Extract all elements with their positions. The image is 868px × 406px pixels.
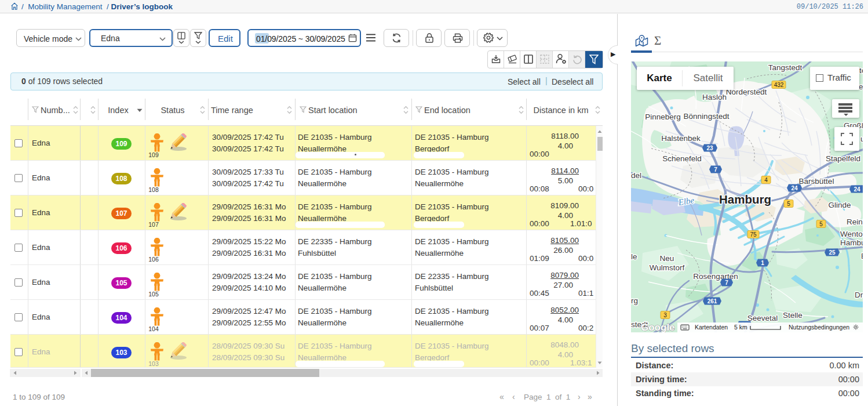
svg-text:Neu: Neu <box>660 254 674 263</box>
svg-text:5: 5 <box>787 201 790 207</box>
svg-text:261: 261 <box>707 298 717 304</box>
svg-text:Pinneberg: Pinneberg <box>645 113 681 121</box>
svg-text:rg: rg <box>631 296 638 305</box>
svg-text:ur: ur <box>860 135 863 143</box>
svg-text:1: 1 <box>761 260 764 266</box>
svg-text:24: 24 <box>854 186 860 193</box>
svg-text:te: te <box>859 66 863 75</box>
svg-text:Hamburg: Hamburg <box>719 193 771 206</box>
svg-text:4: 4 <box>764 177 768 183</box>
svg-text:Wulmstorf: Wulmstorf <box>650 263 685 272</box>
svg-text:Tangstedt: Tangstedt <box>768 63 803 72</box>
svg-text:24: 24 <box>791 185 798 191</box>
svg-text:Schenefeld: Schenefeld <box>662 154 702 163</box>
svg-text:Hasloh: Hasloh <box>702 93 727 102</box>
svg-text:25: 25 <box>829 249 836 256</box>
svg-text:Barsbüttel: Barsbüttel <box>799 177 834 186</box>
svg-text:Halstenbek: Halstenbek <box>661 134 701 143</box>
svg-text:Glinde: Glinde <box>828 201 851 209</box>
svg-text:le: le <box>631 252 637 261</box>
svg-text:432: 432 <box>774 82 784 88</box>
svg-text:Stapelfeld: Stapelfeld <box>826 154 860 163</box>
svg-text:75: 75 <box>750 231 757 238</box>
svg-text:Wentorf: Wentorf <box>840 230 863 238</box>
svg-text:5 km: 5 km <box>734 324 747 331</box>
svg-text:Kartendaten: Kartendaten <box>695 324 728 331</box>
svg-text:Reinbek: Reinbek <box>847 217 863 226</box>
svg-text:Stelle: Stelle <box>783 311 803 320</box>
svg-text:Google: Google <box>641 322 675 332</box>
svg-text:Nutzungsbedingungen: Nutzungsbedingungen <box>789 324 849 331</box>
svg-text:7: 7 <box>725 280 728 286</box>
svg-text:7: 7 <box>714 166 717 173</box>
svg-text:5: 5 <box>819 221 823 227</box>
svg-text:Hambu: Hambu <box>840 238 863 247</box>
svg-text:3: 3 <box>663 312 667 318</box>
svg-text:del: del <box>631 171 641 180</box>
svg-text:23: 23 <box>706 145 713 151</box>
svg-text:ek: ek <box>859 82 863 91</box>
svg-text:Drage: Drage <box>855 291 863 299</box>
svg-text:Seevetal: Seevetal <box>747 314 778 322</box>
svg-text:Bö: Bö <box>861 252 863 260</box>
svg-text:Bönningstedt: Bönningstedt <box>684 112 730 121</box>
